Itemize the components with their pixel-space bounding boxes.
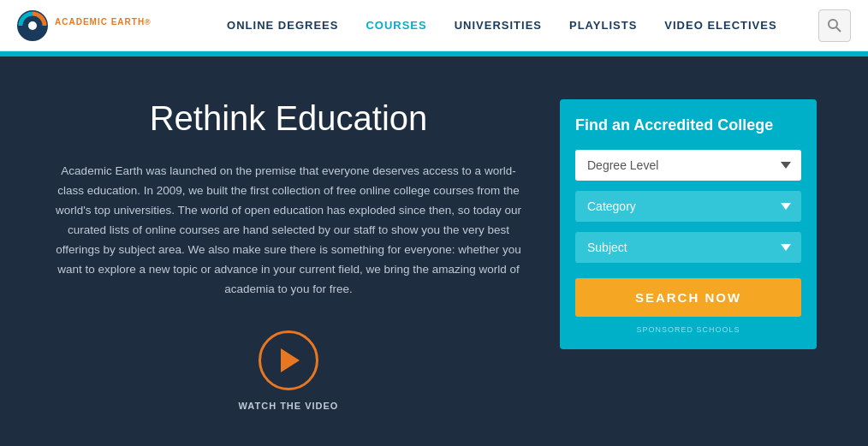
college-finder-card: Find an Accredited College Degree Level … <box>560 99 817 349</box>
logo[interactable]: ACADEMIC EARTH® <box>17 10 152 41</box>
nav-online-degrees[interactable]: ONLINE DEGREES <box>227 19 338 32</box>
subject-select[interactable]: Subject <box>575 232 801 263</box>
hero-body-text: Academic Earth was launched on the premi… <box>51 162 526 300</box>
hero-title: Rethink Education <box>51 99 526 138</box>
category-select[interactable]: Category <box>575 191 801 222</box>
play-triangle-icon <box>281 348 300 372</box>
college-card-title: Find an Accredited College <box>575 116 801 134</box>
nav-playlists[interactable]: PLAYLISTS <box>569 19 637 32</box>
hero-content: Rethink Education Academic Earth was lau… <box>51 99 560 411</box>
logo-text: ACADEMIC EARTH® <box>55 17 152 33</box>
navbar: ACADEMIC EARTH® ONLINE DEGREES COURSES U… <box>0 0 868 51</box>
sponsored-label: SPONSORED SCHOOLS <box>575 325 801 334</box>
search-button[interactable] <box>818 9 851 42</box>
search-icon <box>827 18 842 33</box>
watch-label: WATCH THE VIDEO <box>239 401 339 411</box>
college-card: Find an Accredited College Degree Level … <box>560 99 817 349</box>
svg-point-1 <box>28 21 37 30</box>
video-button-wrap: WATCH THE VIDEO <box>51 330 526 411</box>
hero-section: Rethink Education Academic Earth was lau… <box>0 56 868 446</box>
logo-icon <box>17 10 48 41</box>
nav-courses[interactable]: COURSES <box>366 19 426 32</box>
svg-point-2 <box>829 20 837 28</box>
search-now-button[interactable]: SEARCH NOW <box>575 278 801 317</box>
play-button[interactable] <box>259 330 318 390</box>
nav-video-electives[interactable]: VIDEO ELECTIVES <box>664 19 776 32</box>
svg-line-3 <box>836 27 841 32</box>
nav-links: ONLINE DEGREES COURSES UNIVERSITIES PLAY… <box>186 19 818 32</box>
nav-universities[interactable]: UNIVERSITIES <box>455 19 542 32</box>
degree-level-select[interactable]: Degree Level <box>575 150 801 181</box>
